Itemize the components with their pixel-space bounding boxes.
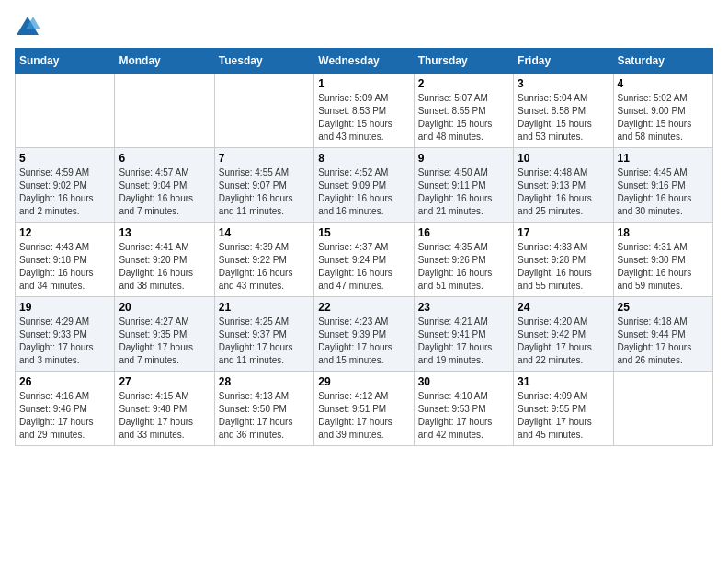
calendar-cell: 22Sunrise: 4:23 AM Sunset: 9:39 PM Dayli… <box>314 297 414 372</box>
day-number: 25 <box>618 301 709 314</box>
day-info: Sunrise: 4:18 AM Sunset: 9:44 PM Dayligh… <box>618 316 709 367</box>
calendar-cell: 14Sunrise: 4:39 AM Sunset: 9:22 PM Dayli… <box>214 223 313 297</box>
calendar-cell: 11Sunrise: 4:45 AM Sunset: 9:16 PM Dayli… <box>613 148 712 223</box>
calendar-cell: 25Sunrise: 4:18 AM Sunset: 9:44 PM Dayli… <box>613 297 712 372</box>
calendar-cell <box>214 74 313 148</box>
day-number: 10 <box>518 152 609 165</box>
calendar-cell: 23Sunrise: 4:21 AM Sunset: 9:41 PM Dayli… <box>414 297 513 372</box>
day-number: 13 <box>119 226 210 239</box>
day-number: 3 <box>518 77 609 90</box>
day-info: Sunrise: 4:27 AM Sunset: 9:35 PM Dayligh… <box>119 316 210 367</box>
day-info: Sunrise: 4:29 AM Sunset: 9:33 PM Dayligh… <box>19 316 110 367</box>
day-number: 7 <box>219 152 310 165</box>
page-header <box>15 15 713 40</box>
day-number: 6 <box>119 152 210 165</box>
calendar-cell: 19Sunrise: 4:29 AM Sunset: 9:33 PM Dayli… <box>16 297 115 372</box>
day-info: Sunrise: 4:52 AM Sunset: 9:09 PM Dayligh… <box>318 167 409 218</box>
calendar-cell: 12Sunrise: 4:43 AM Sunset: 9:18 PM Dayli… <box>16 223 115 297</box>
day-info: Sunrise: 4:21 AM Sunset: 9:41 PM Dayligh… <box>418 316 509 367</box>
calendar-cell <box>16 74 115 148</box>
day-number: 14 <box>219 226 310 239</box>
day-number: 8 <box>318 152 409 165</box>
weekday-header-row: SundayMondayTuesdayWednesdayThursdayFrid… <box>16 49 713 74</box>
calendar-cell <box>115 74 214 148</box>
day-number: 17 <box>518 226 609 239</box>
day-number: 23 <box>418 301 509 314</box>
day-info: Sunrise: 4:31 AM Sunset: 9:30 PM Dayligh… <box>618 241 709 293</box>
day-info: Sunrise: 5:02 AM Sunset: 9:00 PM Dayligh… <box>618 92 709 144</box>
calendar-week-2: 5Sunrise: 4:59 AM Sunset: 9:02 PM Daylig… <box>16 148 713 223</box>
day-info: Sunrise: 4:23 AM Sunset: 9:39 PM Dayligh… <box>318 316 409 367</box>
calendar-cell: 1Sunrise: 5:09 AM Sunset: 8:53 PM Daylig… <box>314 74 414 148</box>
weekday-header-friday: Friday <box>514 49 613 74</box>
day-info: Sunrise: 4:37 AM Sunset: 9:24 PM Dayligh… <box>318 241 409 293</box>
calendar-cell: 13Sunrise: 4:41 AM Sunset: 9:20 PM Dayli… <box>115 223 214 297</box>
day-number: 31 <box>518 375 609 388</box>
calendar-week-4: 19Sunrise: 4:29 AM Sunset: 9:33 PM Dayli… <box>16 297 713 372</box>
day-number: 16 <box>418 226 509 239</box>
calendar-cell: 17Sunrise: 4:33 AM Sunset: 9:28 PM Dayli… <box>514 223 613 297</box>
calendar-cell <box>613 372 712 446</box>
day-info: Sunrise: 4:13 AM Sunset: 9:50 PM Dayligh… <box>219 390 310 442</box>
calendar-cell: 29Sunrise: 4:12 AM Sunset: 9:51 PM Dayli… <box>314 372 414 446</box>
calendar-cell: 16Sunrise: 4:35 AM Sunset: 9:26 PM Dayli… <box>414 223 513 297</box>
calendar-cell: 3Sunrise: 5:04 AM Sunset: 8:58 PM Daylig… <box>514 74 613 148</box>
day-info: Sunrise: 4:50 AM Sunset: 9:11 PM Dayligh… <box>418 167 509 218</box>
day-info: Sunrise: 4:45 AM Sunset: 9:16 PM Dayligh… <box>618 167 709 218</box>
day-info: Sunrise: 5:09 AM Sunset: 8:53 PM Dayligh… <box>318 92 409 144</box>
calendar-cell: 28Sunrise: 4:13 AM Sunset: 9:50 PM Dayli… <box>214 372 313 446</box>
day-number: 27 <box>119 375 210 388</box>
day-info: Sunrise: 5:04 AM Sunset: 8:58 PM Dayligh… <box>518 92 609 144</box>
day-number: 24 <box>518 301 609 314</box>
day-info: Sunrise: 4:33 AM Sunset: 9:28 PM Dayligh… <box>518 241 609 293</box>
day-info: Sunrise: 4:12 AM Sunset: 9:51 PM Dayligh… <box>318 390 409 442</box>
calendar-cell: 2Sunrise: 5:07 AM Sunset: 8:55 PM Daylig… <box>414 74 513 148</box>
calendar-cell: 26Sunrise: 4:16 AM Sunset: 9:46 PM Dayli… <box>16 372 115 446</box>
calendar-cell: 5Sunrise: 4:59 AM Sunset: 9:02 PM Daylig… <box>16 148 115 223</box>
day-number: 22 <box>318 301 409 314</box>
day-number: 4 <box>618 77 709 90</box>
day-number: 1 <box>318 77 409 90</box>
day-number: 21 <box>219 301 310 314</box>
day-info: Sunrise: 5:07 AM Sunset: 8:55 PM Dayligh… <box>418 92 509 144</box>
calendar-cell: 31Sunrise: 4:09 AM Sunset: 9:55 PM Dayli… <box>514 372 613 446</box>
day-number: 9 <box>418 152 509 165</box>
calendar-cell: 7Sunrise: 4:55 AM Sunset: 9:07 PM Daylig… <box>214 148 313 223</box>
calendar-cell: 18Sunrise: 4:31 AM Sunset: 9:30 PM Dayli… <box>613 223 712 297</box>
day-info: Sunrise: 4:10 AM Sunset: 9:53 PM Dayligh… <box>418 390 509 442</box>
day-info: Sunrise: 4:48 AM Sunset: 9:13 PM Dayligh… <box>518 167 609 218</box>
day-number: 28 <box>219 375 310 388</box>
calendar-cell: 6Sunrise: 4:57 AM Sunset: 9:04 PM Daylig… <box>115 148 214 223</box>
day-number: 20 <box>119 301 210 314</box>
logo-icon <box>15 15 40 40</box>
weekday-header-sunday: Sunday <box>16 49 115 74</box>
day-info: Sunrise: 4:35 AM Sunset: 9:26 PM Dayligh… <box>418 241 509 293</box>
calendar-cell: 10Sunrise: 4:48 AM Sunset: 9:13 PM Dayli… <box>514 148 613 223</box>
calendar-cell: 20Sunrise: 4:27 AM Sunset: 9:35 PM Dayli… <box>115 297 214 372</box>
calendar-table: SundayMondayTuesdayWednesdayThursdayFrid… <box>15 48 713 446</box>
weekday-header-wednesday: Wednesday <box>314 49 414 74</box>
calendar-week-1: 1Sunrise: 5:09 AM Sunset: 8:53 PM Daylig… <box>16 74 713 148</box>
logo <box>15 15 42 40</box>
day-info: Sunrise: 4:39 AM Sunset: 9:22 PM Dayligh… <box>219 241 310 293</box>
calendar-cell: 15Sunrise: 4:37 AM Sunset: 9:24 PM Dayli… <box>314 223 414 297</box>
day-info: Sunrise: 4:59 AM Sunset: 9:02 PM Dayligh… <box>19 167 110 218</box>
day-info: Sunrise: 4:20 AM Sunset: 9:42 PM Dayligh… <box>518 316 609 367</box>
weekday-header-tuesday: Tuesday <box>214 49 313 74</box>
weekday-header-monday: Monday <box>115 49 214 74</box>
day-info: Sunrise: 4:41 AM Sunset: 9:20 PM Dayligh… <box>119 241 210 293</box>
calendar-cell: 4Sunrise: 5:02 AM Sunset: 9:00 PM Daylig… <box>613 74 712 148</box>
day-number: 26 <box>19 375 110 388</box>
calendar-week-5: 26Sunrise: 4:16 AM Sunset: 9:46 PM Dayli… <box>16 372 713 446</box>
day-number: 29 <box>318 375 409 388</box>
day-info: Sunrise: 4:57 AM Sunset: 9:04 PM Dayligh… <box>119 167 210 218</box>
calendar-cell: 21Sunrise: 4:25 AM Sunset: 9:37 PM Dayli… <box>214 297 313 372</box>
calendar-cell: 9Sunrise: 4:50 AM Sunset: 9:11 PM Daylig… <box>414 148 513 223</box>
day-info: Sunrise: 4:25 AM Sunset: 9:37 PM Dayligh… <box>219 316 310 367</box>
calendar-cell: 24Sunrise: 4:20 AM Sunset: 9:42 PM Dayli… <box>514 297 613 372</box>
day-number: 15 <box>318 226 409 239</box>
day-number: 11 <box>618 152 709 165</box>
day-number: 2 <box>418 77 509 90</box>
day-info: Sunrise: 4:15 AM Sunset: 9:48 PM Dayligh… <box>119 390 210 442</box>
day-info: Sunrise: 4:55 AM Sunset: 9:07 PM Dayligh… <box>219 167 310 218</box>
